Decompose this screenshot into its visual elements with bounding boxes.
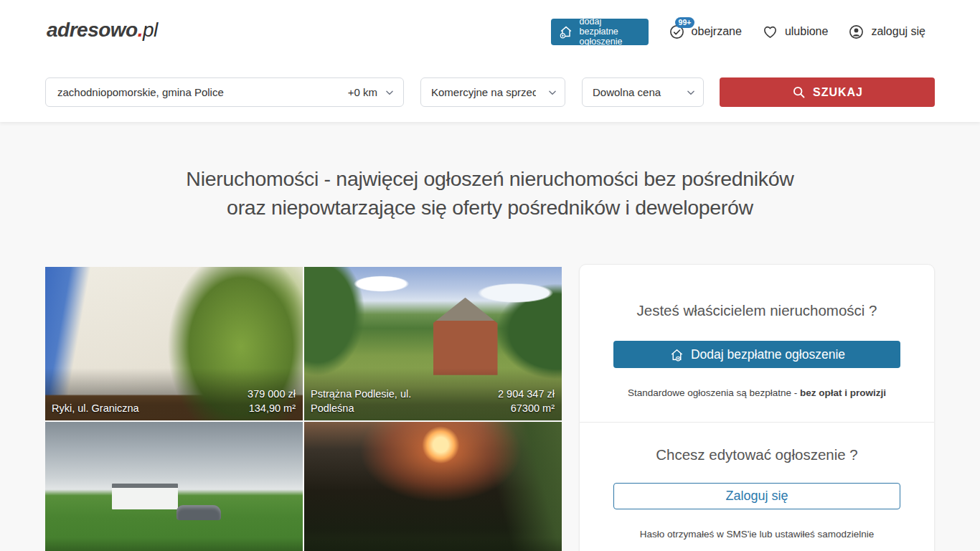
logo-suffix: pl — [143, 19, 158, 41]
password-note: Hasło otrzymałeś w SMS'ie lub ustawiłeś … — [580, 529, 934, 540]
hero-heading-block: Nieruchomości - najwięcej ogłoszeń nieru… — [0, 164, 980, 222]
topbar: adresowo.pl dodaj bezpłatne ogłoszenie — [0, 0, 980, 63]
page-title-line1: Nieruchomości - najwięcej ogłoszeń nieru… — [186, 167, 793, 190]
listings-grid: Ryki, ul. Graniczna 379 000 zł 134,90 m²… — [45, 267, 562, 551]
header-zone: adresowo.pl dodaj bezpłatne ogłoszenie — [0, 0, 980, 122]
search-icon — [791, 85, 806, 100]
login-label: zaloguj się — [871, 25, 925, 38]
free-listing-note: Standardowe ogłoszenia są bezpłatne - be… — [580, 387, 934, 398]
favorites-link[interactable]: ulubione — [762, 24, 829, 40]
listing-overlay: Kliniska Wielkie, Radosna 369 000 zł — [45, 537, 303, 551]
add-listing-button[interactable]: dodaj bezpłatne ogłoszenie — [551, 19, 649, 45]
viewed-count-badge: 99+ — [675, 17, 695, 28]
chevron-down-icon — [686, 88, 696, 98]
search-bar: zachodniopomorskie, gmina Police +0 km K… — [45, 77, 935, 107]
edit-section: Chcesz edytować ogłoszenie ? Zaloguj się… — [580, 423, 934, 540]
viewed-link[interactable]: 99+ obejrzane — [669, 24, 742, 40]
listing-photo-yard-with-car — [45, 422, 303, 551]
login-button-label: Zaloguj się — [725, 489, 788, 504]
login-link[interactable]: zaloguj się — [848, 24, 925, 40]
listing-price: 379 000 zł — [248, 388, 296, 400]
listing-card[interactable]: Kliniska Wielkie, Radosna 369 000 zł — [45, 422, 303, 551]
listing-overlay: Warszawa Białołęka, ul. 735 000 zł — [304, 537, 562, 551]
viewed-label: obejrzane — [692, 25, 742, 38]
free-note-bold: bez opłat i prowizji — [800, 387, 886, 398]
chevron-down-icon — [385, 88, 395, 98]
page-title-line2: oraz niepowtarzające się oferty pośredni… — [227, 196, 753, 219]
listing-overlay: Ryki, ul. Graniczna 379 000 zł 134,90 m² — [45, 368, 303, 420]
add-free-listing-label: Dodaj bezpłatne ogłoszenie — [691, 347, 845, 362]
listing-area: 134,90 m² — [249, 402, 296, 414]
category-select[interactable]: Komercyjne na sprzedaż — [420, 77, 565, 107]
listing-card[interactable]: Pstrążna Podlesie, ul. Podleśna 2 904 34… — [304, 267, 562, 420]
check-circle-icon: 99+ — [669, 24, 685, 40]
header-actions: dodaj bezpłatne ogłoszenie 99+ obejrzane — [551, 0, 925, 63]
listing-address: Pstrążna Podlesie, ul. Podleśna — [311, 387, 451, 415]
search-button[interactable]: SZUKAJ — [720, 77, 935, 107]
house-plus-icon — [669, 347, 685, 363]
logo-text: adresowo — [47, 19, 138, 41]
owner-section: Jesteś właścicielem nieruchomości ? Doda… — [580, 265, 934, 398]
site-logo[interactable]: adresowo.pl — [47, 19, 158, 42]
listing-card[interactable]: Warszawa Białołęka, ul. 735 000 zł — [304, 422, 562, 551]
user-icon — [848, 24, 864, 40]
category-value: Komercyjne na sprzedaż — [431, 86, 536, 98]
heart-icon — [762, 24, 778, 40]
add-listing-label: dodaj bezpłatne ogłoszenie — [580, 17, 641, 47]
search-button-label: SZUKAJ — [813, 86, 863, 99]
listing-photo-sunset-meadow — [304, 422, 562, 551]
favorites-label: ulubione — [785, 25, 829, 38]
listing-overlay: Pstrążna Podlesie, ul. Podleśna 2 904 34… — [304, 368, 562, 420]
house-plus-icon — [558, 24, 574, 39]
price-select[interactable]: Dowolna cena — [582, 77, 704, 107]
login-button[interactable]: Zaloguj się — [613, 483, 900, 509]
price-value: Dowolna cena — [593, 86, 661, 98]
radius-value: +0 km — [348, 86, 377, 98]
add-free-listing-button[interactable]: Dodaj bezpłatne ogłoszenie — [613, 341, 900, 368]
listing-area: 67300 m² — [511, 402, 555, 414]
chevron-down-icon — [547, 88, 557, 98]
owner-panel: Jesteś właścicielem nieruchomości ? Doda… — [579, 264, 935, 551]
listing-card[interactable]: Ryki, ul. Graniczna 379 000 zł 134,90 m² — [45, 267, 303, 420]
radius-select[interactable]: +0 km — [348, 86, 395, 98]
owner-heading: Jesteś właścicielem nieruchomości ? — [580, 302, 934, 319]
listing-address: Ryki, ul. Graniczna — [52, 401, 139, 415]
logo-dot: . — [138, 19, 143, 41]
location-value: zachodniopomorskie, gmina Police — [57, 86, 224, 98]
edit-heading: Chcesz edytować ogłoszenie ? — [580, 446, 934, 463]
listing-price: 2 904 347 zł — [498, 388, 555, 400]
page-title: Nieruchomości - najwięcej ogłoszeń nieru… — [0, 164, 980, 222]
location-input[interactable]: zachodniopomorskie, gmina Police +0 km — [45, 77, 404, 107]
